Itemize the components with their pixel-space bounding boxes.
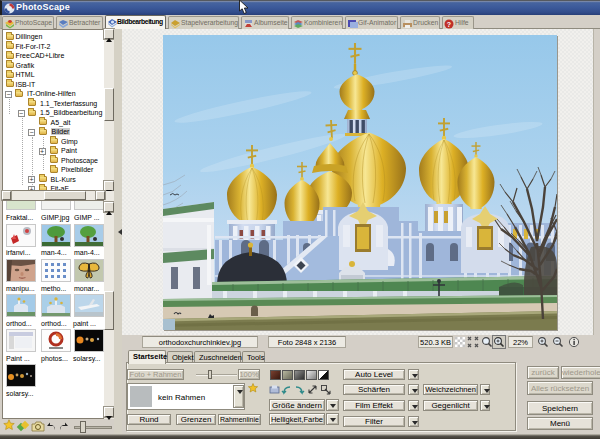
svg-text:?: ? [447,21,451,28]
